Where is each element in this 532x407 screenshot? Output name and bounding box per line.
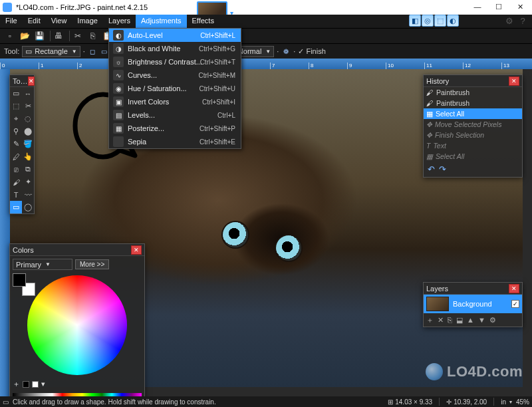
invert-icon: ▣ [113, 96, 124, 107]
zoom-control[interactable]: 45% [516, 398, 529, 406]
tool-gradient[interactable]: 🪣 [22, 138, 34, 150]
window-close-button[interactable]: ✕ [509, 0, 531, 13]
history-item[interactable]: 🖌Paintbrush [424, 98, 522, 108]
menu-item-curves[interactable]: ∿ Curves...Ctrl+Shift+M [109, 68, 241, 82]
settings-icon[interactable]: ⚙ [504, 15, 515, 26]
menu-layers[interactable]: Layers [103, 15, 136, 28]
menu-item-hue-saturation[interactable]: ◉ Hue / Saturation...Ctrl+Shift+U [109, 82, 241, 95]
tool-magic-wand[interactable]: ⚲ [10, 125, 22, 138]
size-icon: ⊞ [388, 398, 393, 406]
layer-properties-icon[interactable]: ⚙ [489, 316, 496, 325]
finish-button[interactable]: ✓ Finish [298, 47, 325, 56]
history-item[interactable]: ▦Select All [424, 151, 522, 162]
window-maximize-button[interactable]: ☐ [488, 0, 509, 13]
palette-color[interactable] [32, 381, 39, 388]
menu-item-posterize[interactable]: ▦ Posterize...Ctrl+Shift+P [109, 122, 241, 135]
panel-toggle-tools[interactable]: ◧ [409, 15, 421, 27]
tool-shapes-alt[interactable]: ◯ [22, 201, 34, 213]
close-icon[interactable]: ✕ [509, 284, 519, 293]
layer-visibility-checkbox[interactable]: ✓ [511, 300, 519, 308]
delete-layer-icon[interactable]: ✕ [438, 316, 444, 325]
tool-pencil[interactable]: ⎚ [10, 163, 22, 176]
tool-move[interactable]: ↔ [22, 87, 34, 100]
copy-icon[interactable]: ⎘ [86, 30, 98, 42]
window-minimize-button[interactable]: ― [467, 0, 488, 13]
history-item[interactable]: ✥Move Selected Pixels [424, 119, 522, 130]
tool-recolor[interactable]: ✦ [22, 176, 34, 188]
unit-selector[interactable]: in▾ [501, 398, 512, 406]
history-item[interactable]: ▦Select All [424, 108, 522, 119]
layer-down-icon[interactable]: ▼ [478, 316, 485, 324]
undo-icon[interactable]: ↶ [428, 164, 435, 174]
tool-ellipse-select[interactable]: ⌖ [10, 112, 22, 125]
panel-toggle-colors[interactable]: ◐ [447, 15, 459, 27]
panel-toggle-layers[interactable]: ⬚ [434, 15, 446, 27]
close-icon[interactable]: ✕ [28, 76, 35, 86]
menu-item-auto-level[interactable]: ◐ Auto-Level Ctrl+Shift+L [109, 29, 241, 42]
tool-clone-stamp[interactable]: 🖌 [10, 176, 22, 188]
menu-edit[interactable]: Edit [23, 15, 46, 28]
print-icon[interactable]: 🖶 [53, 30, 65, 42]
color-mode-selector[interactable]: Primary▼ [13, 259, 72, 270]
levels-icon: ▤ [113, 110, 124, 120]
menu-view[interactable]: View [46, 15, 72, 28]
tool-shapes[interactable]: ▭ [10, 201, 22, 213]
add-layer-icon[interactable]: ＋ [426, 315, 434, 325]
layer-row[interactable]: Background ✓ [424, 295, 522, 313]
history-panel: History ✕ 🖌Paintbrush 🖌Paintbrush ▦Selec… [423, 74, 523, 178]
menu-item-levels[interactable]: ▤ Levels...Ctrl+L [109, 108, 241, 122]
history-item[interactable]: ✥Finish Selection [424, 130, 522, 140]
selection-mode-icon[interactable]: ❁ [281, 47, 291, 56]
open-icon[interactable]: 📂 [19, 30, 31, 42]
menu-item-sepia[interactable]: SepiaCtrl+Shift+E [109, 135, 241, 148]
menu-file[interactable]: File [0, 15, 23, 28]
colors-panel: Colors ✕ Primary▼ More >> ＋ ▾ [9, 243, 145, 404]
tool-lasso[interactable]: ⬚ [10, 100, 22, 112]
menu-item-brightness-contrast[interactable]: ☼ Brightness / Contrast...Ctrl+Shift+T [109, 55, 241, 68]
menu-effects[interactable]: Effects [187, 15, 219, 28]
primary-color-swatch[interactable] [13, 273, 26, 287]
menu-adjustments[interactable]: Adjustments [136, 15, 187, 28]
tool-text[interactable]: T [10, 188, 22, 201]
help-icon[interactable]: ? [517, 15, 528, 26]
tool-color-picker[interactable]: ⧉ [22, 163, 34, 176]
menu-item-black-and-white[interactable]: ◑ Black and WhiteCtrl+Shift+G [109, 42, 241, 55]
tool-zoom[interactable]: ◌ [22, 112, 34, 125]
tool-rectangle-select[interactable]: ▭ [10, 87, 22, 100]
cut-icon[interactable]: ✂ [72, 30, 84, 42]
close-icon[interactable]: ✕ [509, 76, 519, 86]
shape-style-icon[interactable]: ▭ [100, 47, 109, 56]
panel-toggle-history[interactable]: ◎ [422, 15, 434, 27]
tool-paint-bucket[interactable]: ✎ [10, 138, 22, 150]
tool-pan[interactable]: ⬤ [22, 125, 34, 138]
posterize-icon: ▦ [113, 123, 124, 134]
duplicate-layer-icon[interactable]: ⎘ [448, 316, 452, 324]
status-hint: Click and drag to draw a shape. Hold shi… [13, 398, 216, 406]
color-swatches[interactable] [13, 273, 35, 296]
colors-more-button[interactable]: More >> [75, 259, 109, 269]
image-content [276, 235, 301, 261]
palette-color[interactable] [23, 381, 29, 388]
tool-move-selection[interactable]: ✂ [22, 100, 34, 112]
shape-hint-icon: ▭ [3, 398, 9, 406]
shape-style-icon[interactable]: ◻ [88, 47, 97, 56]
history-item[interactable]: TText [424, 140, 522, 151]
scrollbar-vertical[interactable] [523, 69, 532, 396]
tool-selector[interactable]: ▭ Rectangle ▼ [22, 46, 80, 57]
save-icon[interactable]: 💾 [33, 30, 45, 42]
tool-paintbrush[interactable]: 🖊 [10, 150, 22, 163]
palette-menu-icon[interactable]: ▾ [41, 380, 45, 388]
tool-eraser[interactable]: 👆 [22, 150, 34, 163]
menu-item-invert-colors[interactable]: ▣ Invert ColorsCtrl+Shift+I [109, 95, 241, 108]
menu-image[interactable]: Image [72, 15, 103, 28]
close-icon[interactable]: ✕ [131, 245, 142, 255]
history-item[interactable]: 🖌Paintbrush [424, 87, 522, 98]
color-wheel[interactable] [27, 275, 127, 375]
new-icon[interactable]: ▫ [4, 30, 16, 42]
layer-up-icon[interactable]: ▲ [467, 316, 474, 324]
tool-line[interactable]: 〰 [22, 188, 34, 201]
merge-layer-icon[interactable]: ⬓ [456, 316, 463, 325]
redo-icon[interactable]: ↷ [439, 164, 446, 174]
sepia-icon [113, 136, 124, 147]
add-color-icon[interactable]: ＋ [13, 379, 20, 389]
